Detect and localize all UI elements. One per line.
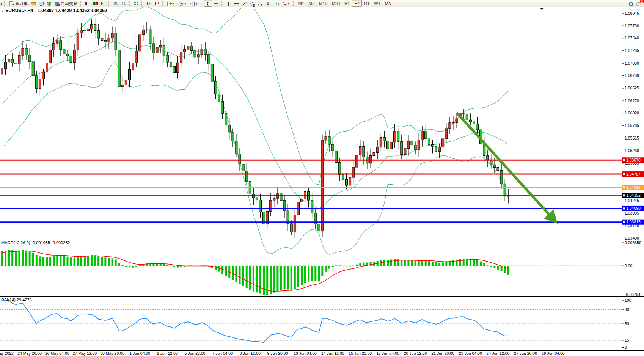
candle [239, 154, 241, 164]
rsi-label: RSI(14) 29.4278 [1, 298, 32, 302]
candle [80, 30, 82, 33]
chart-canvas[interactable]: 1.080451.077901.075401.072851.070301.067… [0, 7, 644, 356]
cursor-icon [206, 1, 210, 6]
timeframe-m30-button[interactable]: M30 [330, 0, 342, 7]
candle [273, 198, 275, 200]
label-tool-button[interactable]: T [272, 0, 280, 7]
periods-button[interactable]: ▼ [177, 0, 188, 7]
toolbar-grip[interactable] [108, 1, 111, 6]
toolbar-right-group: 1 [627, 0, 643, 7]
dropdown-arrow-icon: ▼ [184, 2, 187, 5]
channel-tool-button[interactable]: E [248, 0, 256, 7]
indicator-axes[interactable]: 0.0063590.00-0.0079491008050150 [622, 240, 642, 350]
chart-shift-marker[interactable] [540, 8, 544, 10]
candle [256, 198, 258, 200]
auto-scroll-button[interactable] [145, 0, 153, 7]
vertical-line-tool-button[interactable] [225, 0, 232, 7]
signals-button[interactable]: @ [45, 0, 53, 7]
toolbar-grip[interactable] [201, 1, 203, 6]
toolbar-grip[interactable] [141, 1, 144, 6]
time-axis[interactable]: 23 May 202224 May 20:0026 May 04:0027 Ma… [0, 351, 565, 356]
bar-chart-type-button[interactable] [83, 0, 91, 7]
svg-text:0: 0 [625, 345, 627, 350]
candle [462, 114, 465, 114]
zoom-in-button[interactable]: + [112, 0, 120, 7]
toolbar-grip[interactable] [221, 1, 223, 6]
toolbar-grip[interactable] [80, 1, 82, 6]
svg-text:23 Jun 04:00: 23 Jun 04:00 [459, 351, 482, 356]
timeframe-h1-button[interactable]: H1 [342, 0, 352, 7]
timeframe-w1-button[interactable]: W1 [372, 0, 383, 7]
candle [194, 51, 196, 57]
timeframe-m1-button[interactable]: M1 [296, 0, 306, 7]
candle [5, 62, 7, 69]
dropdown-arrow-icon: ▼ [195, 2, 198, 5]
svg-text:1.07030: 1.07030 [625, 61, 639, 66]
zoom-out-icon: - [121, 1, 126, 6]
candle [66, 54, 69, 56]
search-button[interactable] [627, 0, 635, 7]
candle [87, 29, 90, 31]
candle [73, 50, 75, 63]
svg-text:1.04787: 1.04787 [626, 172, 641, 176]
timeframe-h4-button[interactable]: H4 [352, 0, 362, 7]
zoom-out-button[interactable]: - [120, 0, 128, 7]
svg-text:7 Jun 04:00: 7 Jun 04:00 [212, 351, 233, 356]
templates-button[interactable]: ▼ [188, 0, 199, 7]
candle [115, 33, 117, 50]
trendline-tool-button[interactable] [240, 0, 248, 7]
market-watch-button[interactable] [37, 0, 45, 7]
autotrading-button[interactable]: 自动交易 [53, 0, 79, 7]
fibonacci-tool-button[interactable]: F [256, 0, 264, 7]
auto-scroll-icon [146, 1, 151, 6]
candle [28, 55, 31, 62]
candlestick-chart-type-button[interactable] [91, 0, 99, 7]
toolbar-grip[interactable] [4, 1, 6, 6]
timeframe-mn-button[interactable]: MN [383, 0, 394, 7]
candle [404, 149, 406, 155]
new-order-label: 新订单 [15, 1, 28, 6]
candle [469, 120, 471, 122]
trend-arrow[interactable] [457, 113, 553, 219]
cursor-tool-button[interactable] [204, 0, 212, 7]
toolbar-grip[interactable] [129, 1, 131, 6]
notifications-button[interactable]: 1 [635, 0, 643, 7]
svg-text:1.06525: 1.06525 [625, 86, 639, 90]
tile-windows-button[interactable] [132, 0, 140, 7]
toolbar-grip[interactable] [162, 1, 164, 6]
candle [39, 79, 41, 89]
symbol-dropdown-icon[interactable]: ▾ [2, 9, 3, 13]
crosshair-tool-button[interactable] [212, 0, 220, 7]
market-watch-icon [39, 1, 44, 6]
autotrading-icon [55, 1, 60, 6]
horizontal-line-tool-button[interactable] [232, 0, 240, 7]
svg-text:23 May 2022: 23 May 2022 [0, 351, 14, 356]
chart-shift-button[interactable] [153, 0, 161, 7]
text-tool-button[interactable]: A [264, 0, 272, 7]
toolbar-grip[interactable] [293, 1, 295, 6]
svg-text:50: 50 [625, 321, 629, 326]
arrows-tool-button[interactable]: ▼ [280, 0, 292, 7]
candle [18, 55, 20, 64]
new-order-button[interactable]: + 新订单 [8, 0, 29, 7]
svg-text:21 Jun 20:00: 21 Jun 20:00 [431, 351, 454, 356]
line-chart-type-button[interactable] [99, 0, 107, 7]
macd-label: MACD(12,26,9) -0.001955 -0.000232 [1, 240, 70, 245]
timeframe-m5-button[interactable]: M5 [306, 0, 317, 7]
metaeditor-button[interactable] [29, 0, 37, 7]
svg-text:1.05260: 1.05260 [625, 148, 639, 153]
main-toolbar: + 新订单 @ 自动交易 + - +▼ ▼ ▼ E F A T ▼ M1M5M1… [0, 0, 644, 7]
chart-window: ▾ EURUSD-,H4 1.04397 1.04429 1.04352 1.0… [0, 7, 644, 356]
candle [452, 123, 454, 123]
candle [428, 139, 430, 144]
arrow-objects-icon [282, 1, 287, 6]
timeframe-m15-button[interactable]: M15 [317, 0, 329, 7]
candle [245, 171, 248, 182]
svg-text:1.06270: 1.06270 [625, 99, 639, 103]
candle [184, 49, 186, 52]
svg-text:1.04245: 1.04245 [625, 198, 639, 203]
indicators-button[interactable]: +▼ [165, 0, 177, 7]
price-line-label: 1.04352 [622, 193, 644, 198]
timeframe-d1-button[interactable]: D1 [362, 0, 372, 7]
chart-window-icon[interactable] [0, 1, 3, 6]
